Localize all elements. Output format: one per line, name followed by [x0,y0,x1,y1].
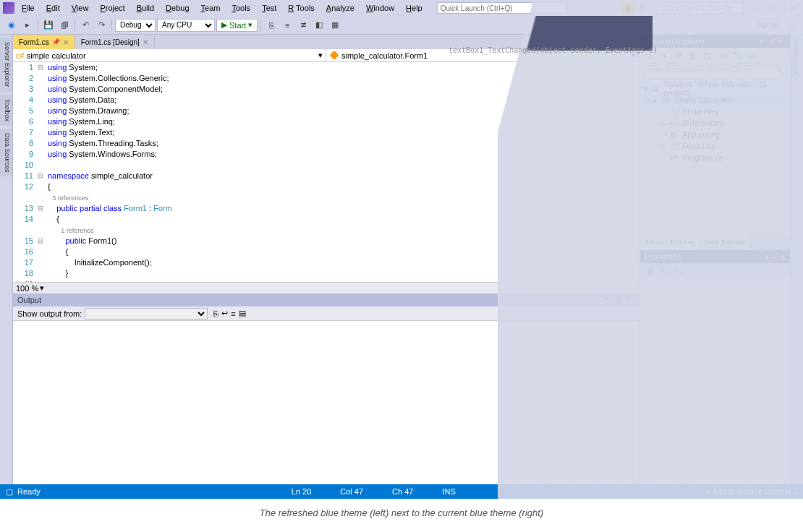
maximize-button[interactable]: ▢ [765,2,781,14]
pane-dropdown-icon[interactable]: ▾ [605,295,615,305]
status-ready: Ready [17,487,41,496]
tree-node[interactable]: 🗎App.config [643,129,787,140]
menu-analyze[interactable]: Analyze [322,2,359,14]
output-body[interactable] [13,321,640,484]
rail-data-sources[interactable]: Data Sources [0,129,12,177]
menu-file[interactable]: File [17,2,39,14]
nav-back-icon[interactable]: ◉ [4,18,19,33]
tree-node[interactable]: ▣🗂Solution 'simple calculator' (1 projec… [643,82,787,94]
tree-node[interactable]: c#Program.cs [643,152,787,163]
properties-title: Properties ▾ 📌 ✕ [640,250,790,263]
output-t4-icon[interactable]: ▤ [239,309,246,318]
rail-toolbox[interactable]: Toolbox [0,95,12,126]
explorer-tab[interactable]: Solution Explorer [640,237,700,250]
rail-notifications[interactable]: Notifications [791,35,801,79]
se-back-icon[interactable]: ◂ [658,49,671,62]
menu-debug[interactable]: Debug [161,2,193,14]
menu-team[interactable]: Team [197,2,225,14]
pane-dropdown-icon[interactable]: ▾ [760,38,768,45]
comment-icon[interactable]: ≡ [280,18,294,33]
status-ch: Ch 47 [392,487,413,496]
output-t3-icon[interactable]: ≡ [231,309,235,318]
menu-view[interactable]: View [67,2,93,14]
solution-explorer-title: Solution Explorer ▾ 📌 ✕ [640,35,790,48]
se-showall-icon[interactable]: ▦ [687,49,700,62]
output-wrap-icon[interactable]: ↩ [221,309,228,318]
image-caption: The refreshed blue theme (left) next to … [0,499,803,527]
status-icon: ▢ [6,487,13,497]
solution-tree[interactable]: ▣🗂Solution 'simple calculator' (1 projec… [640,81,790,165]
feedback-flag-icon[interactable]: ⚑ [637,3,647,13]
uncomment-icon[interactable]: ≢ [296,18,310,33]
pane-close-icon[interactable]: ✕ [777,38,786,45]
vs-logo-icon [3,2,14,14]
properties-body[interactable] [640,278,790,484]
sign-in-link[interactable]: Sign in [756,21,778,29]
redo-icon[interactable]: ↷ [94,18,109,33]
props-cat-icon[interactable]: ▦ [643,265,656,276]
pane-pin-icon[interactable]: 📌 [769,252,779,262]
tree-node[interactable]: ▷▪▪References [643,117,787,129]
notification-icon[interactable]: ▮ [622,2,634,14]
pin-icon[interactable]: 📌 [52,38,60,46]
status-ins: INS [442,487,455,496]
save-all-icon[interactable]: 🗐 [57,18,72,33]
se-collapse-icon[interactable]: ⊟ [715,49,728,62]
code-editor[interactable]: 1234567891011121314151617181920212223242… [13,62,640,282]
start-button[interactable]: ▶Start▾ [216,19,258,32]
bookmark-icon[interactable]: ◧ [312,18,326,33]
se-sync-icon[interactable]: ⟳ [672,49,685,62]
quick-launch-input-right[interactable] [657,2,744,14]
output-toolbar: Show output from: ⎘ ↩ ≡ ▤ [13,306,640,321]
menu-help[interactable]: Help [402,2,427,14]
menu-r-tools[interactable]: R Tools [284,2,319,14]
se-view-icon[interactable]: <> [744,49,757,62]
right-tool-rail: Notifications [790,35,803,484]
rail-server-explorer[interactable]: Server Explorer [0,38,12,92]
se-refresh-icon[interactable]: 🗘 [701,49,714,62]
breadcrumb-namespace[interactable]: c#simple calculator▾ [13,49,326,61]
se-props-icon[interactable]: 🔧 [730,49,743,62]
account-icon[interactable]: ▢ [784,18,799,33]
pane-pin-icon[interactable]: 📌 [615,295,625,305]
props-az-icon[interactable]: A↓ [658,265,671,276]
close-button[interactable]: ✕ [784,2,800,14]
nav-fwd-icon[interactable]: ▸ [20,18,35,33]
menu-project[interactable]: Project [95,2,129,14]
config-dropdown[interactable]: Debug [115,19,156,32]
pane-pin-icon[interactable]: 📌 [768,38,777,45]
save-icon[interactable]: 💾 [41,18,56,33]
close-icon[interactable]: ✕ [63,38,69,46]
platform-dropdown[interactable]: Any CPU [157,19,215,32]
explorer-tab[interactable]: Team Explorer [700,237,751,250]
output-clear-icon[interactable]: ⎘ [213,309,218,318]
minimize-button[interactable]: ― [747,2,762,14]
menu-build[interactable]: Build [132,2,158,14]
solution-explorer-tabs: Solution ExplorerTeam Explorer [640,237,790,250]
doc-tab[interactable]: Form1.cs [Design]✕ [75,35,155,49]
doc-tab[interactable]: Form1.cs📌✕ [13,35,75,49]
output-pane-title: Output ▾ 📌 ✕ [13,293,640,306]
undo-icon[interactable]: ↶ [78,18,93,33]
zoom-indicator[interactable]: 100 %▾ [13,282,640,293]
close-icon[interactable]: ✕ [143,38,148,46]
tree-node[interactable]: ▷🔧Properties [643,106,787,117]
output-source-dropdown[interactable] [85,308,208,319]
quick-launch-input[interactable] [437,2,567,14]
solution-explorer-toolbar: ⌂ ◂ ⟳ ▦ 🗘 ⊟ 🔧 <> [640,48,790,64]
pane-close-icon[interactable]: ✕ [625,295,635,305]
menu-edit[interactable]: Edit [42,2,64,14]
menu-test[interactable]: Test [258,2,281,14]
status-bar: ▢ Ready Ln 20 Col 47 Ch 47 INS ↑ Add to … [0,484,803,499]
tree-node[interactable]: ▷📰Form1.cs [643,140,787,152]
step-icon[interactable]: ⎘ [264,18,279,33]
pane-close-icon[interactable]: ✕ [779,252,786,262]
properties-toolbar: ▦ A↓ 🔧 [640,263,790,278]
menu-window[interactable]: Window [362,2,399,14]
se-search-input[interactable]: Search Solution Explorer (Ctrl+;) [643,65,787,80]
menu-tools[interactable]: Tools [227,2,255,14]
source-control-button[interactable]: ↑ Add to Source Control ▴ [707,487,797,497]
misc-icon[interactable]: ▦ [328,18,342,33]
status-col: Col 47 [340,487,363,496]
props-wrench-icon[interactable]: 🔧 [672,265,685,276]
